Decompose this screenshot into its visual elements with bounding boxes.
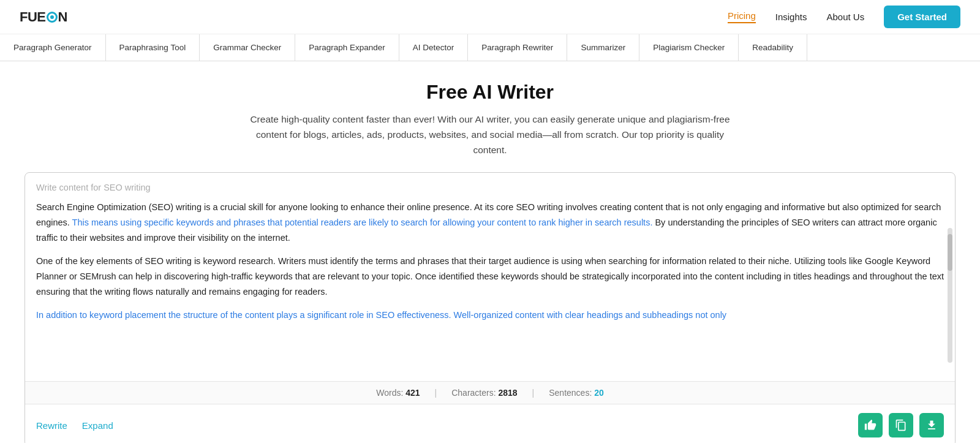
get-started-button[interactable]: Get Started bbox=[884, 6, 960, 28]
stats-bar: Words: 421 | Characters: 2818 | Sentence… bbox=[25, 381, 955, 404]
footer-actions: Rewrite Expand bbox=[25, 404, 955, 443]
characters-stat: Characters: 2818 bbox=[451, 388, 517, 398]
download-icon bbox=[925, 419, 938, 431]
footer-right-actions bbox=[858, 413, 944, 437]
footer-left-actions: Rewrite Expand bbox=[36, 420, 113, 431]
editor-paragraph-2: One of the key elements of SEO writing i… bbox=[36, 254, 944, 299]
tab-paraphrasing-tool[interactable]: Paraphrasing Tool bbox=[106, 34, 200, 61]
logo-text-before: FUE bbox=[20, 9, 46, 25]
thumbs-up-icon bbox=[864, 419, 876, 431]
rewrite-button[interactable]: Rewrite bbox=[36, 420, 67, 431]
top-navigation: FUE N Pricing Insights About Us Get Star… bbox=[0, 0, 980, 34]
thumbs-up-button[interactable] bbox=[858, 413, 883, 437]
tool-tabs-bar: Paragraph Generator Paraphrasing Tool Gr… bbox=[0, 34, 980, 61]
tab-paragraph-expander[interactable]: Paragraph Expander bbox=[295, 34, 399, 61]
nav-pricing[interactable]: Pricing bbox=[728, 10, 756, 23]
tab-grammar-checker[interactable]: Grammar Checker bbox=[200, 34, 295, 61]
copy-icon bbox=[895, 419, 907, 431]
copy-button[interactable] bbox=[889, 413, 913, 437]
download-button[interactable] bbox=[919, 413, 944, 437]
logo-icon bbox=[47, 12, 58, 23]
editor-wrapper: Write content for SEO writing Search Eng… bbox=[24, 172, 956, 443]
editor-scrollbar-thumb[interactable] bbox=[948, 234, 952, 271]
tab-plagiarism-checker[interactable]: Plagiarism Checker bbox=[639, 34, 739, 61]
nav-links: Pricing Insights About Us Get Started bbox=[728, 6, 960, 28]
tab-paragraph-generator[interactable]: Paragraph Generator bbox=[0, 34, 106, 61]
nav-insights[interactable]: Insights bbox=[775, 12, 807, 22]
expand-button[interactable]: Expand bbox=[82, 420, 113, 431]
editor-scrollbar[interactable] bbox=[948, 228, 952, 363]
editor-link-1: This means using specific keywords and p… bbox=[72, 218, 653, 227]
nav-about-us[interactable]: About Us bbox=[826, 12, 864, 22]
sentences-stat: Sentences: 20 bbox=[549, 388, 604, 398]
words-stat: Words: 421 bbox=[376, 388, 420, 398]
editor-link-2: In addition to keyword placement the str… bbox=[36, 310, 726, 320]
editor-placeholder[interactable]: Write content for SEO writing bbox=[25, 173, 955, 197]
tab-readability[interactable]: Readability bbox=[739, 34, 807, 61]
editor-paragraph-3: In addition to keyword placement the str… bbox=[36, 308, 944, 323]
editor-paragraph-1: Search Engine Optimization (SEO) writing… bbox=[36, 200, 944, 245]
main-content: Free AI Writer Create high-quality conte… bbox=[0, 61, 980, 443]
page-title: Free AI Writer bbox=[426, 81, 554, 104]
tab-summarizer[interactable]: Summarizer bbox=[567, 34, 639, 61]
logo: FUE N bbox=[20, 9, 67, 25]
page-description: Create high-quality content faster than … bbox=[239, 112, 741, 157]
editor-body[interactable]: Search Engine Optimization (SEO) writing… bbox=[25, 197, 955, 381]
logo-text-after: N bbox=[58, 9, 67, 25]
tab-paragraph-rewriter[interactable]: Paragraph Rewriter bbox=[468, 34, 567, 61]
tab-ai-detector[interactable]: AI Detector bbox=[399, 34, 469, 61]
